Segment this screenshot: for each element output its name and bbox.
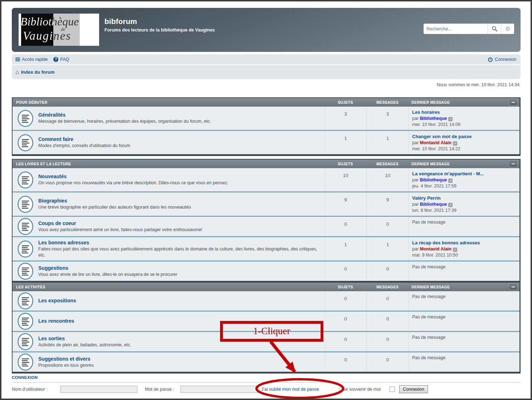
- goto-last-post-icon[interactable]: [448, 117, 453, 121]
- collapse-button[interactable]: [509, 99, 517, 105]
- last-message-cell: Pas de message: [409, 352, 519, 372]
- by-label: par: [412, 140, 420, 145]
- category-header: POUR DÉBUTER SUJETS MESSAGES DERNIER MES…: [13, 98, 519, 107]
- forum-page: Bibliothèque de Vaugines bibforum Forums…: [0, 0, 532, 400]
- forum-title[interactable]: Suggestions: [38, 265, 177, 271]
- forum-title[interactable]: Les bonnes adresses: [38, 240, 322, 245]
- search-button[interactable]: [488, 24, 501, 34]
- site-subtitle: Forums des lecteurs de la bibliothèque d…: [104, 28, 215, 33]
- username-input[interactable]: [60, 386, 137, 393]
- search-options-button[interactable]: ⚙: [501, 24, 514, 34]
- breadcrumb-home-link[interactable]: ⌂ Index du forum: [15, 69, 55, 75]
- by-label: par: [412, 247, 420, 252]
- site-logo[interactable]: Bibliothèque de Vaugines: [19, 14, 99, 46]
- topics-count: 0: [324, 262, 366, 281]
- forum-icon: [17, 134, 34, 152]
- messages-count: 0: [366, 291, 409, 311]
- forum-row[interactable]: Biographies Une brève biographie en part…: [13, 191, 519, 216]
- col-topics: SUJETS: [324, 162, 366, 166]
- last-post-user[interactable]: Bibliotheque: [420, 202, 447, 207]
- forum-row[interactable]: Comment faire Modes d'emploi, conseils d…: [13, 130, 519, 154]
- last-topic-link[interactable]: Valéry Perrin: [412, 195, 516, 201]
- login-submit-button[interactable]: Connexion: [399, 385, 428, 393]
- forum-row[interactable]: Les rencontres 0 0 Pas de message: [13, 311, 519, 331]
- topics-count: 9: [324, 192, 366, 216]
- last-message-cell: La récap des bonnes adresses par Montavi…: [409, 237, 519, 260]
- messages-count: 1: [366, 237, 409, 260]
- navbar: Accès rapide ? FAQ Connexion: [12, 54, 521, 64]
- forum-description: Vous avez envie de lire un livre, dites-…: [38, 272, 177, 278]
- forum-row[interactable]: Suggestions et divers Propositions en to…: [13, 351, 519, 372]
- forum-row[interactable]: Généralités Message de bienvenue, horair…: [13, 107, 519, 130]
- forum-row[interactable]: Les bonnes adresses Faites-nous part des…: [13, 236, 519, 260]
- messages-count: 0: [366, 217, 409, 236]
- goto-last-post-icon[interactable]: [453, 141, 457, 146]
- forum-row[interactable]: Les sorties Activités de plein air, ball…: [13, 331, 519, 351]
- forum-category: LES LIVRES ET LA LECTURE SUJETS MESSAGES…: [12, 159, 521, 283]
- last-topic-link[interactable]: La vengeance m'appartient - M...: [412, 171, 516, 177]
- goto-last-post-icon[interactable]: [453, 248, 457, 252]
- forum-title[interactable]: Généralités: [38, 112, 211, 118]
- last-post-user[interactable]: Montavid Alain: [420, 140, 452, 145]
- login-section-title: CONNEXION: [12, 375, 38, 380]
- quick-links-menu[interactable]: Accès rapide: [15, 57, 48, 62]
- forum-title[interactable]: Nouveautés: [38, 174, 229, 179]
- current-datetime: Nous sommes le mer. 10 févr. 2021 14:34: [437, 82, 519, 87]
- last-message-cell: La vengeance m'appartient - M... par Bib…: [409, 168, 519, 191]
- forum-icon: [17, 262, 34, 280]
- last-message-cell: Pas de message: [409, 332, 519, 351]
- forgot-password-link[interactable]: J'ai oublié mon mot de passe: [261, 387, 319, 392]
- username-label: Nom d'utilisateur :: [12, 387, 48, 392]
- forum-title[interactable]: Comment faire: [38, 136, 130, 142]
- no-message-text: Pas de message: [412, 355, 516, 361]
- search-input[interactable]: [424, 24, 488, 34]
- category-title: LES LIVRES ET LA LECTURE: [13, 162, 324, 166]
- last-topic-link[interactable]: Changer son mot de passe: [412, 133, 516, 140]
- goto-last-post-icon[interactable]: [448, 203, 453, 207]
- messages-count: 10: [366, 168, 409, 191]
- col-last: DERNIER MESSAGE: [409, 162, 519, 166]
- last-message-cell: Pas de message: [409, 312, 519, 331]
- collapse-button[interactable]: [509, 284, 517, 290]
- password-input[interactable]: [180, 386, 259, 393]
- topics-count: 0: [324, 332, 366, 351]
- last-post-user[interactable]: Montavid Alain: [420, 247, 452, 252]
- forum-description: Activités de plein air, ballades, astron…: [38, 342, 131, 348]
- login-link[interactable]: Connexion: [488, 57, 516, 62]
- col-last: DERNIER MESSAGE: [409, 100, 519, 104]
- category-title: LES ACTIVITÉS: [13, 285, 324, 289]
- forum-title[interactable]: Biographies: [38, 198, 191, 204]
- breadcrumb: ⌂ Index du forum: [12, 65, 521, 79]
- forum-row[interactable]: Coups de coeur Vous avez particulièremen…: [13, 216, 519, 236]
- forum-title[interactable]: Les expositions: [38, 298, 76, 303]
- faq-link[interactable]: ? FAQ: [53, 57, 69, 62]
- collapse-button[interactable]: [509, 161, 517, 167]
- forum-title[interactable]: Les rencontres: [38, 318, 74, 324]
- forum-description: Propositions en tous genres: [38, 362, 94, 369]
- forum-row[interactable]: Suggestions Vous avez envie de lire un l…: [13, 260, 519, 281]
- forum-icon: [17, 240, 34, 258]
- topics-count: 1: [324, 237, 366, 260]
- by-label: par: [412, 202, 420, 207]
- forum-title[interactable]: Suggestions et divers: [38, 356, 94, 362]
- forum-icon: [17, 195, 34, 213]
- messages-count: 0: [366, 332, 409, 351]
- forum-row[interactable]: Nouveautés On vous propose nos nouveauté…: [13, 168, 519, 191]
- password-label: Mot de passe :: [145, 387, 174, 392]
- by-label: par: [412, 177, 420, 182]
- col-last: DERNIER MESSAGE: [409, 285, 519, 289]
- power-icon: [488, 57, 493, 62]
- last-post-user[interactable]: Bibliotheque: [420, 177, 447, 182]
- topics-count: 3: [324, 107, 366, 130]
- remember-me-checkbox[interactable]: [390, 387, 395, 392]
- last-post-user[interactable]: Bibliotheque: [420, 116, 447, 121]
- goto-last-post-icon[interactable]: [448, 179, 453, 183]
- last-topic-link[interactable]: Les horaires: [412, 109, 516, 115]
- forum-description: Faites-nous part des sites que vous avez…: [38, 246, 322, 258]
- col-topics: SUJETS: [324, 285, 366, 289]
- col-messages: MESSAGES: [366, 100, 409, 104]
- last-topic-link[interactable]: La récap des bonnes adresses: [412, 240, 516, 246]
- forum-title[interactable]: Coups de coeur: [38, 220, 202, 226]
- forum-title[interactable]: Les sorties: [38, 336, 131, 341]
- forum-row[interactable]: Les expositions 0 0 Pas de message: [13, 291, 519, 311]
